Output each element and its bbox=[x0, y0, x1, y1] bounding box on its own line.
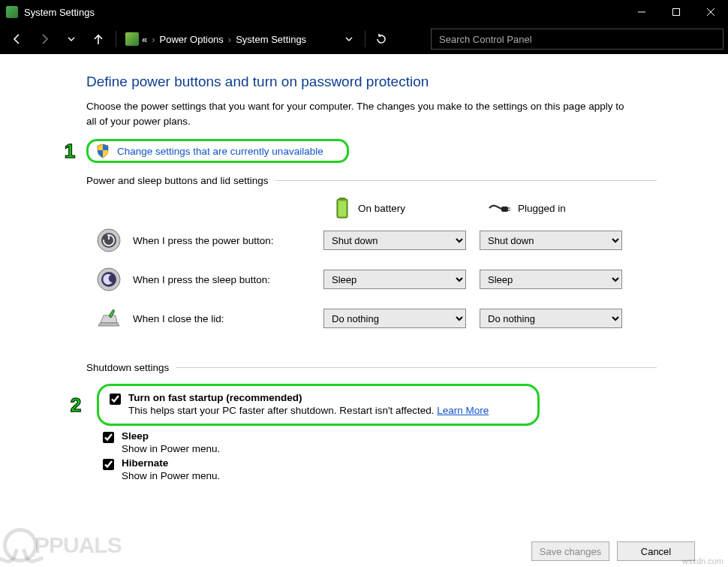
lid-label: When I close the lid: bbox=[133, 313, 323, 324]
chevron-right-icon[interactable]: › bbox=[228, 34, 231, 45]
breadcrumb-prefix[interactable]: « bbox=[142, 34, 147, 45]
shield-icon bbox=[96, 143, 110, 158]
recent-dropdown-button[interactable] bbox=[59, 29, 84, 50]
callout-badge-2: 2 bbox=[66, 394, 86, 415]
sleep-button-icon bbox=[95, 266, 122, 293]
watermark: PPUALS bbox=[3, 528, 122, 562]
app-icon bbox=[6, 6, 18, 18]
maximize-button[interactable] bbox=[659, 0, 693, 24]
on-battery-label: On battery bbox=[358, 203, 405, 214]
lid-plugged-select[interactable]: Do nothing bbox=[480, 309, 622, 328]
forward-button[interactable] bbox=[32, 29, 57, 50]
buttons-lid-legend: Power and sleep buttons and lid settings bbox=[86, 175, 275, 186]
fast-startup-label: Turn on fast startup (recommended) bbox=[128, 392, 489, 403]
plugged-in-label: Plugged in bbox=[518, 203, 566, 214]
hibernate-option-label: Hibernate bbox=[122, 457, 220, 469]
battery-icon bbox=[334, 197, 350, 219]
lid-row: When I close the lid: Do nothing Do noth… bbox=[95, 305, 657, 332]
breadcrumb: « › Power Options › System Settings bbox=[142, 34, 306, 45]
close-button[interactable] bbox=[693, 0, 728, 24]
location-icon bbox=[125, 32, 139, 46]
svg-rect-1 bbox=[673, 9, 680, 16]
breadcrumb-item-system-settings[interactable]: System Settings bbox=[236, 34, 306, 45]
fast-startup-callout: 2 Turn on fast startup (recommended) Thi… bbox=[97, 384, 540, 426]
sleep-option-checkbox[interactable] bbox=[103, 432, 114, 443]
minimize-button[interactable] bbox=[624, 0, 659, 24]
chevron-right-icon[interactable]: › bbox=[152, 34, 155, 45]
shutdown-legend: Shutdown settings bbox=[86, 362, 176, 373]
address-dropdown-button[interactable] bbox=[336, 29, 362, 50]
power-button-row: When I press the power button: Shut down… bbox=[95, 227, 657, 254]
back-button[interactable] bbox=[5, 29, 30, 50]
buttons-lid-section: Power and sleep buttons and lid settings… bbox=[86, 175, 657, 344]
refresh-button[interactable] bbox=[369, 29, 394, 50]
site-attribution: wsxdn.com bbox=[682, 556, 723, 565]
footer: Save changes Cancel bbox=[531, 541, 695, 561]
on-battery-header: On battery bbox=[334, 197, 405, 219]
learn-more-link[interactable]: Learn More bbox=[437, 405, 489, 416]
separator bbox=[116, 31, 116, 47]
sleep-plugged-select[interactable]: Sleep bbox=[480, 270, 622, 289]
toolbar: « › Power Options › System Settings bbox=[0, 24, 728, 54]
up-button[interactable] bbox=[86, 29, 111, 50]
page-title: Define power buttons and turn on passwor… bbox=[86, 74, 657, 90]
breadcrumb-item-power-options[interactable]: Power Options bbox=[160, 34, 224, 45]
save-button: Save changes bbox=[531, 541, 609, 561]
lid-battery-select[interactable]: Do nothing bbox=[323, 309, 466, 328]
power-button-icon bbox=[95, 227, 122, 254]
sleep-battery-select[interactable]: Sleep bbox=[323, 270, 466, 289]
laptop-lid-icon bbox=[95, 305, 122, 332]
power-button-label: When I press the power button: bbox=[133, 235, 323, 246]
hibernate-option-row: Hibernate Show in Power menu. bbox=[103, 457, 657, 481]
change-settings-link[interactable]: Change settings that are currently unava… bbox=[117, 146, 323, 157]
sleep-button-row: When I press the sleep button: Sleep Sle… bbox=[95, 266, 657, 293]
fast-startup-row: Turn on fast startup (recommended) This … bbox=[110, 392, 531, 416]
address-bar[interactable]: « › Power Options › System Settings bbox=[121, 29, 429, 50]
watermark-text: PPUALS bbox=[35, 532, 122, 558]
svg-rect-8 bbox=[501, 207, 508, 212]
window-title: System Settings bbox=[24, 7, 624, 18]
page-description: Choose the power settings that you want … bbox=[86, 99, 627, 128]
sleep-button-label: When I press the sleep button: bbox=[133, 274, 323, 285]
plugged-in-header: Plugged in bbox=[488, 202, 566, 214]
hibernate-option-checkbox[interactable] bbox=[103, 459, 114, 470]
watermark-icon bbox=[3, 528, 38, 562]
plug-icon bbox=[488, 202, 510, 214]
shutdown-section: Shutdown settings 2 Turn on fast startup… bbox=[86, 362, 657, 484]
sleep-option-row: Sleep Show in Power menu. bbox=[103, 430, 657, 454]
titlebar: System Settings bbox=[0, 0, 728, 24]
content: Define power buttons and turn on passwor… bbox=[0, 54, 728, 567]
power-plugged-select[interactable]: Shut down bbox=[480, 231, 622, 250]
fast-startup-desc: This helps start your PC faster after sh… bbox=[128, 405, 489, 416]
change-settings-callout: 1 Change settings that are currently una… bbox=[86, 139, 349, 163]
sleep-option-desc: Show in Power menu. bbox=[122, 443, 220, 454]
callout-badge-1: 1 bbox=[60, 140, 80, 161]
search-box[interactable] bbox=[431, 29, 723, 50]
sleep-option-label: Sleep bbox=[122, 430, 220, 442]
hibernate-option-desc: Show in Power menu. bbox=[122, 470, 220, 481]
fast-startup-checkbox[interactable] bbox=[110, 394, 121, 405]
svg-rect-7 bbox=[338, 201, 346, 216]
window-controls bbox=[624, 0, 728, 24]
search-input[interactable] bbox=[431, 29, 723, 50]
power-battery-select[interactable]: Shut down bbox=[323, 231, 466, 250]
separator bbox=[365, 31, 366, 47]
